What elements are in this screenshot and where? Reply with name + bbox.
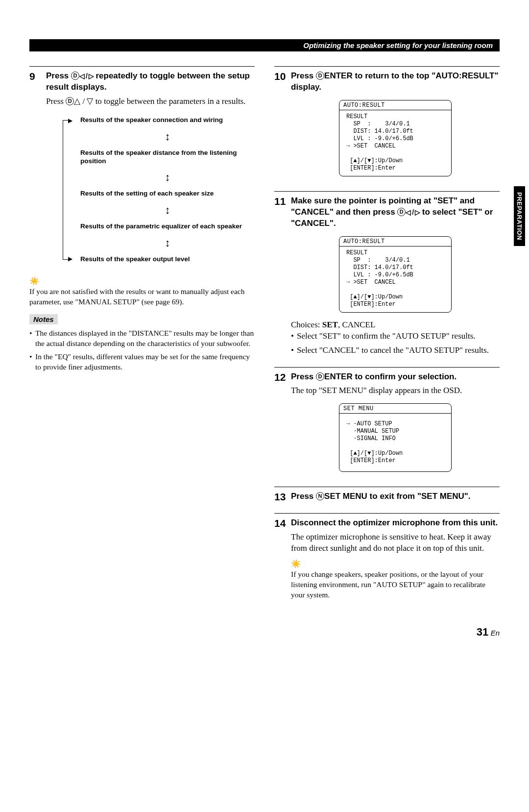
enter-label: ENTER xyxy=(324,71,353,80)
updown-arrow-icon: ↕ xyxy=(80,131,255,142)
t: Press xyxy=(46,97,66,106)
osd-body: RESULT SP : 3/4/0.1 DIST: 14.0/17.0ft LV… xyxy=(339,110,451,173)
updown-arrow-icon: ↕ xyxy=(80,205,255,216)
diagram-label: Results of the speaker connection and wi… xyxy=(80,116,255,124)
step-title: Make sure the pointer is pointing at "SE… xyxy=(291,196,500,229)
button-d-icon: D xyxy=(397,208,406,216)
osd-title: AUTO:RESULT xyxy=(339,237,451,246)
osd-set-menu: SET MENU → ·AUTO SETUP ·MANUAL SETUP ·SI… xyxy=(339,403,452,472)
t: Choices: xyxy=(291,320,322,329)
tip-icon: ☀️ xyxy=(29,276,255,286)
step-10: 10 Press DENTER to return to the top "AU… xyxy=(274,71,500,183)
arrowhead-down-icon: ▶ xyxy=(68,255,72,263)
t: Press xyxy=(291,492,316,501)
page-header: Optimizing the speaker setting for your … xyxy=(29,39,500,51)
diagram-label: Results of the setting of each speaker s… xyxy=(80,190,255,198)
t: Press xyxy=(291,372,316,381)
step-number: 13 xyxy=(274,491,291,505)
left-right-icon: ◁ / ▷ xyxy=(79,72,94,80)
step-9: 9 Press D◁ / ▷ repeatedly to toggle betw… xyxy=(29,71,255,269)
button-d-icon: D xyxy=(66,97,74,105)
osd-body: RESULT SP : 3/4/0.1 DIST: 14.0/17.0ft LV… xyxy=(339,246,451,309)
page-number-value: 31 xyxy=(477,626,488,638)
page-lang: En xyxy=(491,629,500,637)
t: to exit from "SET MENU". xyxy=(367,492,471,501)
step-number: 10 xyxy=(274,71,291,183)
step-number: 11 xyxy=(274,196,291,359)
step-body-text: Press D△ / ▽ to toggle between the param… xyxy=(46,96,255,107)
step-number: 14 xyxy=(274,517,291,600)
osd-body: → ·AUTO SETUP ·MANUAL SETUP ·SIGNAL INFO… xyxy=(339,414,451,468)
step-number: 12 xyxy=(274,371,291,479)
step-body-text: The optimizer microphone is sensitive to… xyxy=(291,532,500,554)
notes-label: Notes xyxy=(29,314,58,324)
button-d-icon: D xyxy=(71,72,79,80)
note-item: In the "EQ" results, different values ma… xyxy=(29,352,255,372)
choices-line: Choices: SET, CANCEL xyxy=(291,320,500,331)
tip-icon: ☀️ xyxy=(291,559,500,568)
button-n-icon: N xyxy=(316,492,324,500)
step-title: Disconnect the optimizer microphone from… xyxy=(291,517,500,529)
enter-label: ENTER xyxy=(324,372,353,381)
step-title: Press NSET MENU to exit from "SET MENU". xyxy=(291,491,500,502)
t: Press xyxy=(291,71,316,80)
left-right-icon: ◁ / ▷ xyxy=(406,208,420,216)
button-d-icon: D xyxy=(316,72,324,80)
page-number: 31 En xyxy=(29,626,500,639)
side-tab-preparation: PREPARATION xyxy=(514,186,525,246)
tip-text: If you are not satisfied with the result… xyxy=(29,287,255,307)
left-column: 9 Press D◁ / ▷ repeatedly to toggle betw… xyxy=(29,66,255,608)
osd-title: AUTO:RESULT xyxy=(339,100,451,110)
t: to toggle between the parameters in a re… xyxy=(93,97,245,106)
choice-item: Select "CANCEL" to cancel the "AUTO SETU… xyxy=(291,345,500,356)
step-body-text: The top "SET MENU" display appears in th… xyxy=(291,385,500,396)
osd-title: SET MENU xyxy=(339,404,451,414)
manual-page: PREPARATION English Optimizing the speak… xyxy=(0,0,529,658)
note-item: The distances displayed in the "DISTANCE… xyxy=(29,328,255,349)
step-13: 13 Press NSET MENU to exit from "SET MEN… xyxy=(274,491,500,505)
diagram-label: Results of the parametric equalizer of e… xyxy=(80,222,255,231)
notes-list: The distances displayed in the "DISTANCE… xyxy=(29,328,255,372)
updown-arrow-icon: ↕ xyxy=(80,238,255,248)
step-title: Press D◁ / ▷ repeatedly to toggle betwee… xyxy=(46,71,255,93)
button-d-icon: D xyxy=(316,372,324,381)
results-diagram: ▶ ▶ Results of the speaker connection an… xyxy=(63,116,255,264)
t: , CANCEL xyxy=(338,320,376,329)
step-title: Press DENTER to return to the top "AUTO:… xyxy=(291,71,500,93)
osd-auto-result: AUTO:RESULT RESULT SP : 3/4/0.1 DIST: 14… xyxy=(339,236,452,313)
choices-list: Select "SET" to confirm the "AUTO SETUP"… xyxy=(291,331,500,356)
t: to confirm your selection. xyxy=(353,372,457,381)
step-12: 12 Press DENTER to confirm your selectio… xyxy=(274,371,500,479)
diagram-label: Results of the speaker distance from the… xyxy=(80,149,255,166)
choice-item: Select "SET" to confirm the "AUTO SETUP"… xyxy=(291,331,500,342)
tip-text: If you change speakers, speaker position… xyxy=(291,569,500,600)
updown-arrow-icon: ↕ xyxy=(80,172,255,183)
arrowhead-up-icon: ▶ xyxy=(68,117,72,124)
t: SET xyxy=(322,320,338,329)
step-14: 14 Disconnect the optimizer microphone f… xyxy=(274,517,500,600)
t: Press xyxy=(46,71,71,80)
set-menu-label: SET MENU xyxy=(324,492,367,501)
diagram-connector: ▶ ▶ xyxy=(63,120,63,260)
right-column: 10 Press DENTER to return to the top "AU… xyxy=(274,66,500,608)
up-down-icon: △ / ▽ xyxy=(74,97,93,106)
osd-auto-result: AUTO:RESULT RESULT SP : 3/4/0.1 DIST: 14… xyxy=(339,100,452,176)
step-number: 9 xyxy=(29,71,46,269)
content-columns: 9 Press D◁ / ▷ repeatedly to toggle betw… xyxy=(29,66,500,608)
diagram-label: Results of the speaker output level xyxy=(80,255,255,264)
step-title: Press DENTER to confirm your selection. xyxy=(291,371,500,383)
step-11: 11 Make sure the pointer is pointing at … xyxy=(274,196,500,359)
tip-block: ☀️ If you are not satisfied with the res… xyxy=(29,276,255,307)
